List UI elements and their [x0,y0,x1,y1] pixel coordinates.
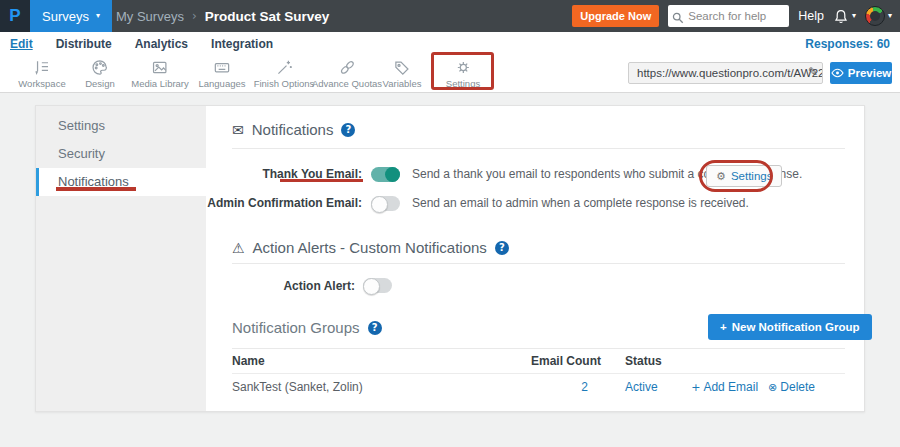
settings-button-label: Settings [731,170,773,182]
thank-you-settings-button[interactable]: ⚙ Settings [706,165,782,187]
group-row-actions: + Add Email ⊗ Delete [690,380,815,394]
column-header-name: Name [232,354,265,368]
breadcrumb-my-surveys[interactable]: My Surveys [116,9,184,24]
divider [232,148,845,149]
new-notification-group-button[interactable]: + New Notification Group [708,314,872,340]
product-menu-label: Surveys [42,9,89,24]
breadcrumb: My Surveys › Product Sat Survey [116,0,329,32]
notifications-section-header: ✉ Notifications ? [232,121,355,138]
toolbar-item-variables[interactable]: Variables [383,58,422,89]
chain-links-icon [338,58,357,77]
toolbar-item-design[interactable]: Design [85,58,115,89]
delete-icon: ⊗ [768,381,777,394]
notification-groups-section-header: Notification Groups ? [232,319,382,336]
chevron-down-icon: ▾ [888,12,892,20]
envelope-icon: ✉ [232,122,244,138]
breadcrumb-separator-icon: › [192,9,197,23]
gear-icon [453,58,472,77]
divider [232,373,845,374]
magic-wand-icon [274,58,293,77]
product-menu-surveys[interactable]: Surveys ▾ [30,0,112,32]
delete-link[interactable]: ⊗ Delete [768,380,815,394]
help-icon[interactable]: ? [495,241,509,255]
tab-edit[interactable]: Edit [10,37,33,51]
warning-icon: ⚠ [232,240,245,256]
sidebar-item-notifications[interactable]: Notifications [36,168,206,196]
admin-confirmation-email-desc: Send an email to admin when a complete r… [412,196,749,211]
survey-tabs: Edit Distribute Analytics Integration [10,32,273,56]
top-bar: P Surveys ▾ My Surveys › Product Sat Sur… [0,0,900,32]
account-menu[interactable]: ▾ [865,6,892,26]
responses-count[interactable]: Responses: 60 [805,32,890,56]
tab-distribute[interactable]: Distribute [56,37,112,51]
help-link[interactable]: Help [798,9,824,23]
notifications-section-title: Notifications [252,121,334,138]
survey-nav-row: Edit Distribute Analytics Integration Re… [0,32,900,56]
divider [232,263,845,264]
settings-sidebar: Settings Security Notifications [36,106,206,411]
search-icon [672,10,684,28]
thank-you-email-label: Thank You Email: [210,167,362,182]
tab-integration[interactable]: Integration [211,37,273,51]
admin-confirmation-email-toggle[interactable] [371,196,400,211]
workspace-icon [33,58,52,77]
sidebar-item-security[interactable]: Security [36,140,206,168]
admin-confirmation-email-label: Admin Confirmation Email: [180,196,362,211]
image-icon [151,58,170,77]
questionpro-settings-page: P Surveys ▾ My Surveys › Product Sat Sur… [0,0,900,447]
help-icon[interactable]: ? [341,123,355,137]
preview-button[interactable]: Preview [830,62,892,84]
search-input[interactable] [688,5,786,27]
action-alert-toggle[interactable] [363,278,392,293]
action-alert-label: Action Alert: [230,279,355,294]
divider [232,348,845,349]
sidebar-item-settings[interactable]: Settings [36,112,206,140]
settings-card: Settings Security Notifications [35,105,865,412]
eye-icon [831,68,844,78]
column-header-status: Status [625,354,662,368]
chevron-down-icon: ▾ [96,12,100,20]
breadcrumb-current-survey: Product Sat Survey [205,9,330,24]
edit-url-icon[interactable]: ✎ [808,65,818,79]
palette-icon [90,58,109,77]
questionpro-logo[interactable]: P [0,0,30,32]
survey-url-field[interactable]: https://www.questionpro.com/t/AW22ZcC [628,62,823,84]
notifications-bell[interactable]: ▾ [833,8,856,25]
tab-analytics[interactable]: Analytics [135,37,188,51]
keyboard-icon [213,58,232,77]
gear-icon: ⚙ [716,170,726,183]
survey-toolbar: Workspace Design Media Library Languages… [0,56,900,93]
group-row-status-link[interactable]: Active [625,380,658,394]
toolbar-item-languages[interactable]: Languages [198,58,245,89]
add-email-link[interactable]: + Add Email [691,380,758,394]
group-row-name: SankTest (Sanket, Zolin) [232,380,363,394]
toolbar-item-workspace[interactable]: Workspace [18,58,65,89]
help-icon[interactable]: ? [368,321,382,335]
notification-groups-title: Notification Groups [232,319,360,336]
plus-icon: + [720,321,727,333]
bell-icon [833,8,849,25]
action-alerts-section-title: Action Alerts - Custom Notifications [253,239,487,256]
avatar [865,6,885,26]
chevron-down-icon: ▾ [852,12,856,20]
upgrade-now-button[interactable]: Upgrade Now [572,5,659,27]
action-alerts-section-header: ⚠ Action Alerts - Custom Notifications ? [232,239,509,256]
group-row-email-count-link[interactable]: 2 [480,380,588,394]
toolbar-item-finish-options[interactable]: Finish Options [254,58,315,89]
help-search-box[interactable] [668,5,789,27]
toolbar-item-advance-quotas[interactable]: Advance Quotas [312,58,382,89]
new-notification-group-label: New Notification Group [732,321,860,333]
tag-icon [393,58,412,77]
plus-icon: + [691,381,700,394]
preview-label: Preview [848,67,891,79]
toolbar-item-media-library[interactable]: Media Library [131,58,189,89]
toolbar-item-settings[interactable]: Settings [446,58,480,89]
column-header-email-count: Email Count [480,354,601,368]
top-bar-right: Upgrade Now Help ▾ ▾ [572,0,892,32]
logo-letter: P [9,6,20,26]
thank-you-email-toggle[interactable] [371,167,400,182]
